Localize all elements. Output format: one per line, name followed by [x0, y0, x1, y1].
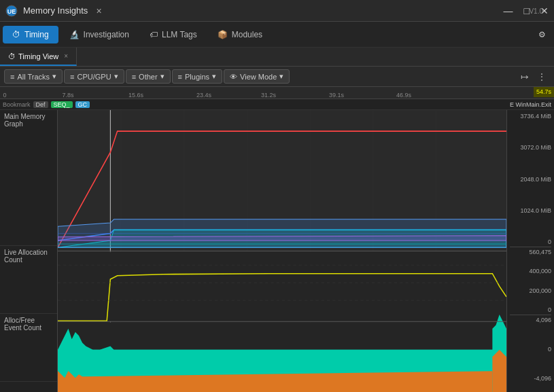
- tab-modules[interactable]: 📦 Modules: [208, 26, 272, 43]
- tab-llm-label: LLM Tags: [162, 30, 197, 39]
- graph-area[interactable]: [58, 110, 506, 392]
- track-label-alloc: Live Allocation Count: [0, 246, 57, 314]
- cpu-gpu-label: CPU/GPU: [77, 73, 111, 81]
- view-mode-button[interactable]: 👁 View Mode ▾: [224, 69, 290, 84]
- cpu-gpu-button[interactable]: ≡ CPU/GPU ▾: [64, 69, 124, 84]
- title-tab-close[interactable]: ×: [93, 5, 104, 16]
- y-axis-alloc: 560,475 400,000 200,000 0: [510, 247, 551, 315]
- llm-icon: 🏷: [150, 30, 158, 39]
- modules-icon: 📦: [218, 30, 228, 39]
- svg-rect-18: [58, 252, 506, 322]
- y-events-0: 4,096: [510, 317, 551, 323]
- tab-modules-label: Modules: [232, 30, 262, 39]
- ruler-mark-0: 0: [3, 92, 6, 99]
- view-mode-label: View Mode: [240, 73, 277, 81]
- toolbar: ≡ All Tracks ▾ ≡ CPU/GPU ▾ ≡ Other ▾ ≡ P…: [0, 67, 554, 87]
- y-alloc-1: 400,000: [510, 268, 551, 274]
- y-alloc-0: 560,475: [510, 249, 551, 255]
- all-tracks-arrow: ▾: [52, 72, 56, 81]
- settings-icon: ⚙: [538, 30, 546, 39]
- chart-area: Main Memory Graph Live Allocation Count …: [0, 110, 554, 392]
- plugins-label: Plugins: [185, 73, 209, 81]
- ruler-mark-4: 31.2s: [261, 92, 276, 99]
- memory-track-label: Main Memory Graph: [4, 113, 53, 128]
- timing-icon: ⏱: [12, 30, 20, 39]
- tracks-panel: Main Memory Graph Live Allocation Count …: [0, 110, 58, 392]
- ruler-highlight-value: 54.7s: [536, 88, 551, 95]
- settings-button[interactable]: ⚙: [533, 27, 551, 42]
- cpu-gpu-arrow: ▾: [114, 72, 118, 81]
- ruler-mark-6: 46.9s: [396, 92, 411, 99]
- timing-view-icon: ⏱: [8, 52, 16, 60]
- y-memory-0: 3736.4 MiB: [510, 113, 551, 120]
- seq-tag[interactable]: SEQ_: [51, 101, 73, 108]
- y-alloc-2: 200,000: [510, 287, 551, 294]
- other-arrow: ▾: [160, 72, 165, 81]
- view-tab-row: ⏱ Timing View ×: [0, 48, 554, 67]
- pin-button[interactable]: ↦: [517, 69, 532, 84]
- timing-view-tab[interactable]: ⏱ Timing View ×: [0, 48, 77, 66]
- y-alloc-3: 0: [510, 306, 551, 313]
- bookmark-label: Bookmark: [3, 101, 31, 108]
- gc-tag[interactable]: GC: [75, 101, 90, 108]
- plugins-icon: ≡: [178, 73, 182, 81]
- eye-icon: 👁: [230, 73, 237, 81]
- bookmarks-row: Bookmark Def SEQ_ GC E WinMain.Exit: [0, 99, 554, 110]
- y-events-1: 0: [510, 346, 551, 353]
- track-label-events: Alloc/Free Event Count: [0, 314, 57, 382]
- title-left: UE Memory Insights ×: [5, 5, 105, 17]
- all-tracks-label: All Tracks: [17, 73, 50, 81]
- def-tag[interactable]: Def: [33, 101, 48, 108]
- tab-investigation-label: Investigation: [84, 30, 129, 39]
- tab-timing-label: Timing: [24, 30, 49, 39]
- other-icon: ≡: [132, 73, 136, 81]
- title-text: Memory Insights: [23, 5, 88, 16]
- y-axis-events: 4,096 0 -4,096: [510, 315, 551, 383]
- all-tracks-icon: ≡: [10, 73, 14, 81]
- alloc-track-label: Live Allocation Count: [4, 249, 53, 264]
- investigation-icon: 🔬: [69, 30, 80, 39]
- version-label: V1.0: [529, 7, 543, 15]
- y-events-2: -4,096: [510, 375, 551, 382]
- winexit-label: E WinMain.Exit: [510, 101, 551, 108]
- y-memory-4: 0: [510, 238, 551, 245]
- timing-view-label: Timing View: [18, 52, 58, 60]
- other-label: Other: [139, 73, 158, 81]
- tab-bar: ⏱ Timing 🔬 Investigation 🏷 LLM Tags 📦 Mo…: [0, 22, 554, 48]
- tab-llm-tags[interactable]: 🏷 LLM Tags: [140, 26, 207, 43]
- minimize-button[interactable]: —: [504, 6, 513, 16]
- ruler-highlight: 54.7s: [534, 87, 554, 97]
- timing-view-close[interactable]: ×: [64, 52, 68, 60]
- cpu-gpu-icon: ≡: [70, 73, 74, 81]
- y-memory-1: 3072.0 MiB: [510, 144, 551, 151]
- title-bar: UE Memory Insights × — □ ✕ V1.0: [0, 0, 554, 22]
- y-axis-memory: 3736.4 MiB 3072.0 MiB 2048.0 MiB 1024.0 …: [510, 111, 551, 247]
- track-label-memory: Main Memory Graph: [0, 110, 57, 246]
- events-track-label: Alloc/Free Event Count: [4, 317, 53, 332]
- tab-timing[interactable]: ⏱ Timing: [3, 26, 58, 43]
- other-button[interactable]: ≡ Other ▾: [126, 69, 171, 84]
- y-memory-3: 1024.0 MiB: [510, 207, 551, 214]
- ruler-mark-5: 39.1s: [329, 92, 344, 99]
- timeline-ruler: 0 7.8s 15.6s 23.4s 31.2s 39.1s 46.9s 54.…: [0, 87, 554, 99]
- ruler-mark-1: 7.8s: [62, 92, 73, 99]
- tab-investigation[interactable]: 🔬 Investigation: [60, 26, 139, 43]
- y-axis: 3736.4 MiB 3072.0 MiB 2048.0 MiB 1024.0 …: [506, 110, 554, 392]
- ruler-mark-2: 15.6s: [128, 92, 143, 99]
- view-mode-arrow: ▾: [279, 72, 283, 81]
- more-button[interactable]: ⋮: [534, 69, 550, 84]
- plugins-arrow: ▾: [212, 72, 216, 81]
- charts-svg: [58, 110, 506, 392]
- ruler-mark-3: 23.4s: [196, 92, 211, 99]
- app-icon: UE: [5, 5, 18, 17]
- plugins-button[interactable]: ≡ Plugins ▾: [172, 69, 223, 84]
- y-memory-2: 2048.0 MiB: [510, 176, 551, 183]
- all-tracks-button[interactable]: ≡ All Tracks ▾: [4, 69, 63, 84]
- svg-text:UE: UE: [7, 8, 16, 15]
